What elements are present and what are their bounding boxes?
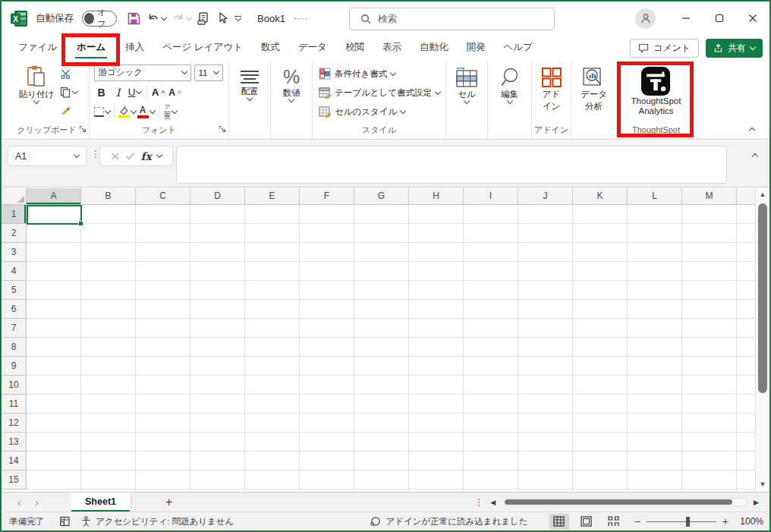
- cells-button[interactable]: セル: [455, 64, 478, 124]
- insert-function-button[interactable]: fx: [141, 150, 152, 162]
- alignment-button[interactable]: 配置: [241, 64, 259, 124]
- save-button[interactable]: [125, 10, 143, 27]
- collapse-ribbon-button[interactable]: [749, 127, 755, 134]
- zoom-slider-thumb[interactable]: [686, 517, 690, 527]
- sheet-tab[interactable]: Sheet1: [71, 493, 130, 512]
- row-header[interactable]: 11: [2, 395, 27, 414]
- ribbon-tab[interactable]: 挿入: [116, 36, 153, 60]
- column-header[interactable]: C: [136, 188, 190, 205]
- row-header[interactable]: 13: [2, 433, 27, 452]
- ribbon-tab[interactable]: ページ レイアウト: [153, 36, 252, 60]
- paste-button[interactable]: 貼り付け: [16, 64, 58, 124]
- column-header[interactable]: E: [245, 188, 300, 205]
- ribbon-tab[interactable]: ファイル: [9, 36, 66, 60]
- next-sheet-button[interactable]: ›: [28, 496, 46, 508]
- maximize-button[interactable]: [703, 2, 736, 35]
- ribbon-tab[interactable]: 自動化: [411, 36, 458, 60]
- data-analysis-button[interactable]: データ 分析: [581, 64, 607, 124]
- horizontal-scrollbar[interactable]: [502, 498, 747, 506]
- cancel-icon[interactable]: [111, 152, 120, 161]
- row-header[interactable]: 14: [2, 452, 27, 471]
- fill-color-button[interactable]: [118, 104, 136, 121]
- column-header-partial[interactable]: [737, 188, 755, 205]
- horizontal-scroll-thumb[interactable]: [505, 499, 732, 505]
- page-layout-view-button[interactable]: [577, 514, 596, 530]
- borders-button[interactable]: [94, 104, 110, 121]
- ribbon-tab[interactable]: 校閲: [336, 36, 373, 60]
- excel-logo-icon[interactable]: X: [11, 11, 27, 27]
- phonetic-guide-button[interactable]: ア亜: [163, 104, 178, 121]
- number-format-button[interactable]: % 数値: [283, 64, 301, 124]
- cut-button[interactable]: [60, 67, 77, 80]
- customize-qat-button[interactable]: [233, 14, 243, 23]
- underline-button[interactable]: U: [127, 84, 143, 101]
- font-dialog-launcher[interactable]: [219, 124, 226, 136]
- undo-button[interactable]: [145, 10, 168, 27]
- increase-font-button[interactable]: A˄: [151, 84, 166, 101]
- sheet-menu-icon[interactable]: ⋮: [474, 497, 483, 508]
- row-header[interactable]: 8: [2, 338, 27, 357]
- accessibility-status[interactable]: アクセシビリティ: 問題ありません: [81, 516, 234, 527]
- column-header[interactable]: F: [300, 188, 354, 205]
- vertical-scroll-thumb[interactable]: [758, 203, 767, 393]
- comments-button[interactable]: コメント: [630, 39, 699, 58]
- minimize-button[interactable]: [669, 2, 703, 35]
- touch-mouse-mode-button[interactable]: [215, 10, 231, 27]
- column-header[interactable]: A: [27, 188, 81, 205]
- scroll-right-button[interactable]: ▶: [754, 499, 759, 506]
- macro-record-button[interactable]: [59, 516, 71, 527]
- row-header[interactable]: 4: [2, 262, 27, 281]
- enter-icon[interactable]: [125, 152, 135, 160]
- conditional-formatting-button[interactable]: 条件付き書式: [319, 66, 440, 81]
- thoughtspot-button[interactable]: ThoughtSpot Analytics: [631, 64, 681, 124]
- autosave-toggle[interactable]: オフ: [82, 11, 117, 27]
- zoom-in-button[interactable]: +: [722, 516, 729, 527]
- addins-button[interactable]: アド イン: [541, 64, 562, 124]
- column-header[interactable]: J: [518, 188, 573, 205]
- editing-button[interactable]: 編集: [499, 64, 521, 124]
- decrease-font-button[interactable]: A˅: [168, 84, 183, 101]
- page-break-view-button[interactable]: [604, 514, 624, 530]
- column-header[interactable]: D: [190, 188, 245, 205]
- column-header[interactable]: B: [81, 188, 136, 205]
- print-preview-button[interactable]: [195, 10, 212, 27]
- fill-handle[interactable]: [78, 221, 83, 226]
- column-header[interactable]: I: [464, 188, 518, 205]
- ribbon-tab[interactable]: ヘルプ: [494, 36, 541, 60]
- normal-view-button[interactable]: [549, 514, 569, 530]
- format-painter-button[interactable]: [60, 103, 77, 117]
- prev-sheet-button[interactable]: ‹: [11, 496, 28, 508]
- select-all-button[interactable]: [2, 188, 27, 205]
- ribbon-tab[interactable]: 数式: [252, 36, 289, 60]
- zoom-out-button[interactable]: −: [634, 516, 640, 527]
- ribbon-tab[interactable]: 表示: [373, 36, 411, 60]
- row-header[interactable]: 12: [2, 414, 27, 433]
- cell-styles-button[interactable]: セルのスタイル: [319, 104, 440, 119]
- account-avatar[interactable]: [635, 8, 656, 29]
- font-size-select[interactable]: 11: [194, 65, 223, 81]
- row-header[interactable]: 3: [2, 243, 27, 262]
- zoom-slider[interactable]: [647, 521, 716, 522]
- row-header[interactable]: 2: [2, 224, 27, 243]
- column-header[interactable]: M: [682, 188, 737, 205]
- font-name-select[interactable]: 游ゴシック: [94, 65, 191, 81]
- row-header[interactable]: 1: [2, 205, 27, 224]
- copy-button[interactable]: [60, 85, 77, 99]
- font-color-button[interactable]: A: [137, 104, 155, 121]
- italic-button[interactable]: I: [111, 84, 126, 101]
- name-box[interactable]: A1: [8, 146, 87, 166]
- scroll-left-button[interactable]: ◀: [490, 499, 496, 506]
- column-header[interactable]: H: [409, 188, 464, 205]
- cell-area[interactable]: [27, 205, 755, 492]
- add-sheet-button[interactable]: +: [159, 496, 178, 509]
- formula-bar-collapse-button[interactable]: [752, 153, 758, 159]
- share-button[interactable]: 共有: [706, 39, 763, 58]
- ribbon-tab[interactable]: データ: [289, 36, 336, 60]
- row-header[interactable]: 10: [2, 376, 27, 395]
- vertical-scrollbar[interactable]: ▲ ▼: [755, 188, 769, 492]
- formula-input[interactable]: [176, 146, 727, 184]
- column-header[interactable]: L: [628, 188, 682, 205]
- row-header[interactable]: 15: [2, 471, 27, 490]
- row-header[interactable]: 7: [2, 319, 27, 338]
- ribbon-tab[interactable]: 開発: [457, 36, 494, 60]
